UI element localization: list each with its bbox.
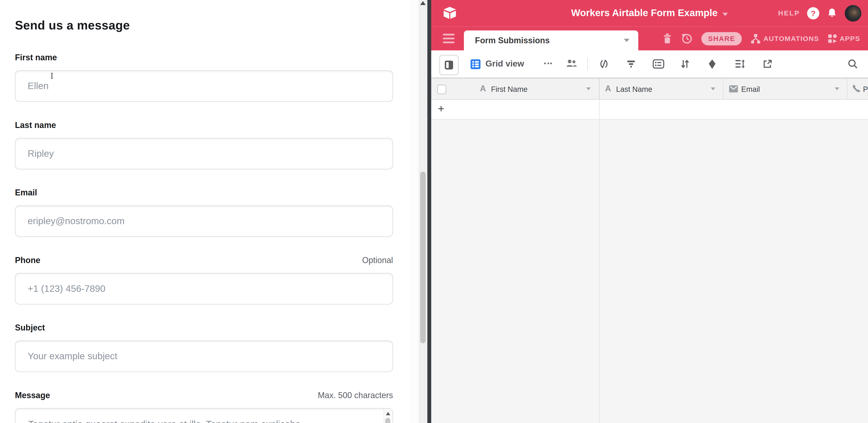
textarea-scrollbar-thumb[interactable] (385, 418, 390, 423)
message-textarea[interactable]: Tenetur optio quaerat expedita vero et i… (15, 408, 393, 423)
text-cursor-icon: I (50, 71, 53, 80)
sort-icon[interactable] (680, 59, 690, 68)
view-name-label[interactable]: Grid view (486, 59, 524, 68)
view-options-ellipsis-icon[interactable] (544, 63, 556, 64)
column-caret-icon[interactable] (711, 87, 715, 90)
column-divider[interactable] (599, 79, 599, 99)
table-tab-label: Form Submissions (475, 35, 550, 45)
scroll-up-icon[interactable] (386, 412, 390, 415)
column-divider (599, 120, 599, 423)
airtable-pane: Workers Airtable Form Example HELP ? For… (431, 0, 868, 423)
form-title: Send us a message (15, 18, 130, 33)
hamburger-menu-icon[interactable] (443, 34, 455, 43)
first-name-input[interactable] (15, 70, 393, 102)
textarea-scrollbar[interactable] (384, 409, 392, 423)
text-field-icon: A (480, 84, 486, 93)
subject-label: Subject (15, 323, 45, 332)
column-header-email[interactable]: Email (741, 85, 760, 93)
panel-icon (444, 60, 454, 70)
toolbar-divider (587, 58, 588, 70)
phone-field-icon (852, 84, 861, 93)
column-divider[interactable] (723, 79, 723, 99)
page-scrollbar-thumb[interactable] (420, 172, 426, 343)
user-avatar[interactable] (845, 5, 861, 22)
add-row-plus-icon[interactable]: + (438, 102, 444, 115)
filter-icon[interactable] (626, 59, 636, 68)
pane-divider (427, 0, 431, 423)
history-icon[interactable] (681, 33, 693, 44)
view-toolbar: Grid view (431, 51, 868, 78)
color-icon[interactable] (708, 59, 716, 69)
airtable-top-bar: Workers Airtable Form Example HELP ? (431, 0, 868, 27)
group-icon[interactable] (653, 59, 664, 68)
last-name-label: Last name (15, 120, 56, 129)
column-header-phone[interactable]: P (863, 85, 868, 93)
text-field-icon: A (605, 84, 611, 93)
apps-label: APPS (840, 34, 860, 42)
apps-button[interactable]: APPS (828, 34, 860, 43)
phone-optional-note: Optional (15, 255, 393, 265)
share-view-icon[interactable] (763, 59, 772, 68)
column-header-last-name[interactable]: Last Name (616, 85, 652, 93)
grid-view-icon[interactable] (471, 59, 480, 69)
page-scrollbar[interactable] (418, 0, 428, 423)
share-button[interactable]: SHARE (702, 32, 742, 45)
table-tab-caret-icon[interactable] (624, 39, 629, 42)
screenshot-root: Send us a message First name I Last name… (0, 0, 868, 423)
trash-icon[interactable] (663, 33, 672, 44)
automations-button[interactable]: AUTOMATIONS (751, 34, 819, 43)
email-label: Email (15, 188, 37, 197)
automations-label: AUTOMATIONS (763, 34, 819, 42)
bell-icon[interactable] (826, 8, 837, 19)
subject-input[interactable] (15, 341, 393, 372)
grid-header-row: A First Name A Last Name Email (431, 78, 868, 100)
scrollbar-up-arrow-icon[interactable] (420, 1, 426, 5)
search-icon[interactable] (847, 59, 858, 69)
first-name-label: First name (15, 53, 57, 62)
phone-input[interactable] (15, 273, 393, 304)
email-field-icon (729, 85, 738, 92)
email-input[interactable] (15, 206, 393, 237)
message-max-note: Max. 500 characters (15, 390, 393, 400)
column-divider (599, 100, 599, 119)
row-height-icon[interactable] (735, 59, 745, 68)
help-circle-icon[interactable]: ? (807, 7, 819, 19)
contact-form-pane: Send us a message First name I Last name… (0, 0, 410, 423)
column-caret-icon[interactable] (835, 87, 839, 90)
table-tab-form-submissions[interactable]: Form Submissions (464, 30, 638, 51)
column-caret-icon[interactable] (586, 87, 591, 90)
message-text: Tenetur optio quaerat expedita vero et i… (28, 419, 301, 423)
airtable-tab-bar: Form Submissions (431, 27, 868, 50)
hide-fields-icon[interactable] (598, 59, 610, 68)
collaborators-icon[interactable] (566, 59, 578, 68)
sidebar-toggle-button[interactable] (439, 55, 459, 75)
base-title-caret-icon (723, 13, 728, 16)
last-name-input[interactable] (15, 138, 393, 170)
form-pane-gutter (410, 0, 418, 423)
add-row[interactable]: + (431, 100, 868, 120)
grid-body (431, 120, 868, 423)
select-all-checkbox[interactable] (437, 85, 446, 94)
column-header-first-name[interactable]: First Name (491, 85, 528, 93)
help-button[interactable]: HELP (778, 9, 800, 17)
column-divider[interactable] (847, 79, 847, 99)
